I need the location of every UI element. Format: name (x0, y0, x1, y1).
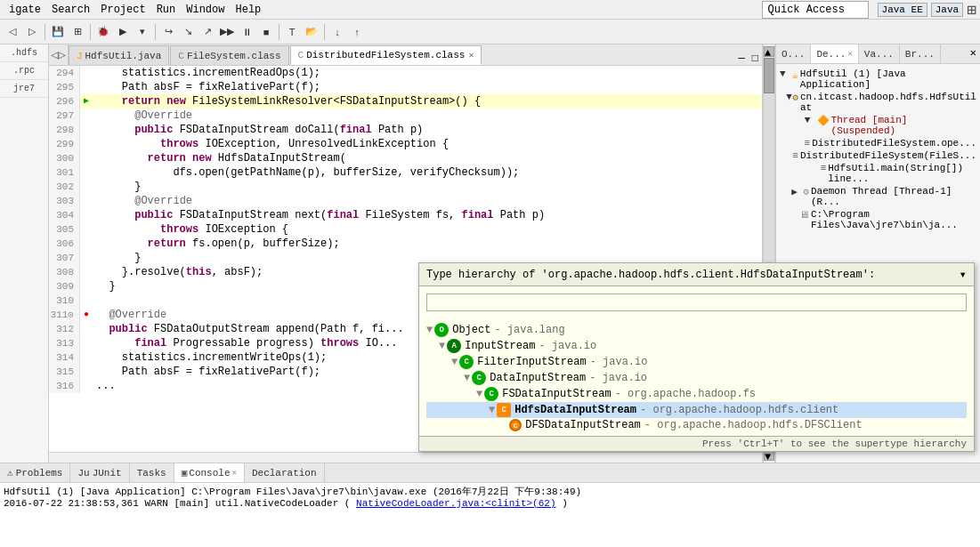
th-pkg-fsdatainputstream: - org.apache.hadoop.fs (615, 388, 756, 400)
console-line2-link[interactable]: NativeCodeLoader.java:<clinit>(62) (356, 498, 555, 509)
th-item-inputstream[interactable]: ▼ A InputStream - java.io (426, 338, 967, 354)
scrollbar-thumb[interactable] (764, 58, 774, 93)
toolbar-back[interactable]: ◁ (4, 23, 21, 41)
java-perspective[interactable]: Java (931, 3, 963, 17)
debug-label-hdfsutil-main: HdfsUtil.main(String[]) line... (828, 163, 976, 184)
right-tab-outline[interactable]: O... (776, 44, 811, 63)
debug-item-hdfsutil-app[interactable]: ▼ ☕ HdfsUtil (1) [Java Application] (780, 68, 976, 91)
debug-item-hdfsutil-main[interactable]: ≡ HdfsUtil.main(String[]) line... (780, 162, 976, 185)
toolbar-forward[interactable]: ▷ (23, 23, 41, 41)
right-tab-variables[interactable]: Va... (859, 44, 900, 63)
editor-maximize[interactable]: □ (749, 52, 762, 65)
menu-help[interactable]: Help (230, 2, 266, 18)
type-hierarchy-search[interactable] (426, 294, 967, 311)
tree-toggle-dfs-open[interactable] (798, 138, 805, 149)
bottom-tab-tasks[interactable]: Tasks (130, 463, 174, 482)
right-tab-variables-label: Va... (864, 49, 894, 60)
toolbar-open-resource[interactable]: 📂 (303, 23, 320, 41)
sidebar-rpc[interactable]: .rpc (0, 62, 48, 80)
th-toggle-data[interactable]: ▼ (464, 372, 470, 384)
toolbar-open-type[interactable]: T (283, 23, 301, 41)
menu-run[interactable]: Run (151, 2, 182, 18)
tree-toggle-daemon[interactable]: ▶ (791, 186, 803, 197)
toolbar-suspend[interactable]: ⏸ (238, 23, 255, 41)
tab-distributedfilesystem[interactable]: C DistributedFileSystem.class ✕ (290, 45, 482, 65)
editor-nav-forward[interactable]: ▷ (58, 47, 65, 62)
debug-item-daemon-thread[interactable]: ▶ ⚙ Daemon Thread [Thread-1] (R... (780, 185, 976, 208)
th-item-fsdatainputstream[interactable]: ▼ C FSDataInputStream - org.apache.hadoo… (426, 386, 967, 402)
debug-label-cn-itcast: cn.itcast.hadoop.hdfs.HdfsUtil at (800, 92, 976, 113)
console-tab-close[interactable]: ✕ (232, 468, 237, 478)
scrollbar-up[interactable]: ▲ (764, 46, 774, 57)
toolbar-resume[interactable]: ▶▶ (218, 23, 236, 41)
right-panel-close[interactable]: ✕ (967, 44, 980, 63)
th-item-datainputstream[interactable]: ▼ C DataInputStream - java.io (426, 370, 967, 386)
th-icon-inputstream: A (447, 339, 461, 353)
editor-h-scrollbar[interactable] (49, 452, 762, 463)
tree-toggle-hdfsutil[interactable]: ▼ (780, 68, 792, 79)
th-item-hdfsdatainputstream[interactable]: ▼ C HdfsDataInputStream - org.apache.had… (426, 402, 967, 418)
debug-item-cn-itcast[interactable]: ▼ ⚙ cn.itcast.hadoop.hdfs.HdfsUtil at (780, 91, 976, 114)
debug-item-distributedfs-files[interactable]: ≡ DistributedFileSystem(FileS... (780, 149, 976, 162)
sidebar-package-explorer[interactable]: .hdfs (0, 44, 48, 62)
menu-window[interactable]: Window (181, 2, 230, 18)
code-line-296: 296 ▶ return new FileSystemLinkResolver<… (49, 94, 762, 109)
bottom-tab-junit[interactable]: Ju JUnit (70, 463, 129, 482)
bottom-tab-problems[interactable]: ⚠ Problems (0, 463, 70, 482)
editor-minimize[interactable]: — (735, 52, 749, 65)
right-tab-debug[interactable]: De... ✕ (811, 44, 858, 63)
tab-close-distributedfs[interactable]: ✕ (468, 50, 474, 60)
console-line2-prefix: 2016-07-22 21:38:53,361 WARN [main] util… (4, 498, 350, 509)
toolbar-run-dropdown[interactable]: ▾ (134, 23, 151, 41)
th-toggle-fs[interactable]: ▼ (476, 388, 482, 400)
debug-item-program-files[interactable]: 🖥 C:\Program Files\Java\jre7\bin\ja... (780, 208, 976, 231)
java-ee-perspective[interactable]: Java EE (878, 3, 927, 17)
debug-item-distributedfs-open[interactable]: ≡ DistributedFileSystem.ope... (780, 137, 976, 149)
editor-nav-back[interactable]: ◁ (51, 47, 58, 62)
console-line2-suffix: ) (562, 498, 568, 509)
toolbar-save[interactable]: 💾 (49, 23, 67, 41)
tree-toggle-cn[interactable]: ▼ (786, 92, 792, 102)
toolbar-prev-annotation[interactable]: ↑ (348, 23, 366, 41)
th-toggle-inputstream[interactable]: ▼ (439, 340, 445, 352)
toolbar-step-into[interactable]: ↘ (179, 23, 197, 41)
toolbar-save-all[interactable]: ⊞ (69, 23, 86, 41)
sidebar-jre7[interactable]: jre7 (0, 80, 48, 98)
th-label-datainputstream: DataInputStream (490, 372, 586, 384)
separator-4 (279, 24, 279, 40)
toolbar-step-over[interactable]: ↪ (159, 23, 177, 41)
toolbar-step-out[interactable]: ↗ (198, 23, 216, 41)
tab-hdfsutil[interactable]: J HdfsUtil.java (69, 45, 169, 65)
right-tab-breakpoints[interactable]: Br... (900, 44, 941, 63)
bottom-tab-console[interactable]: ▣ Console ✕ (174, 463, 245, 482)
th-item-dfsdatainputstream[interactable]: C DFSDataInputStream - org.apache.hadoop… (426, 418, 967, 432)
code-line-300: 300 return new HdfsDataInputStream( (49, 151, 762, 165)
bottom-tab-problems-label: Problems (16, 468, 63, 479)
toolbar-debug[interactable]: 🐞 (94, 23, 112, 41)
bottom-tab-declaration[interactable]: Declaration (245, 463, 325, 482)
type-hierarchy-footer: Press 'Ctrl+T' to see the supertype hier… (419, 436, 974, 451)
tab-label-hdfsutil: HdfsUtil.java (85, 51, 161, 61)
type-hierarchy-dropdown[interactable]: ▾ (960, 267, 967, 282)
tree-toggle-thread-main[interactable]: ▼ (805, 115, 817, 125)
menu-project[interactable]: Project (95, 2, 150, 18)
th-icon-datainputstream: C (472, 371, 486, 385)
menu-igate[interactable]: igate (4, 2, 46, 18)
th-item-object[interactable]: ▼ O Object - java.lang (426, 322, 967, 338)
debug-tab-close[interactable]: ✕ (847, 49, 852, 59)
perspectives-icon[interactable]: ⊞ (967, 0, 976, 20)
tab-filesystem[interactable]: C FileSystem.class (170, 45, 288, 65)
menu-search[interactable]: Search (46, 2, 95, 18)
th-toggle-hdfs[interactable]: ▼ (489, 404, 495, 416)
quick-access-input[interactable]: Quick Access (762, 1, 869, 19)
th-toggle-dfs[interactable] (501, 419, 507, 431)
toolbar-run[interactable]: ▶ (114, 23, 132, 41)
th-toggle-object[interactable]: ▼ (426, 324, 433, 336)
th-toggle-filter[interactable]: ▼ (451, 356, 458, 368)
right-tab-debug-label: De... (816, 49, 846, 60)
toolbar-next-annotation[interactable]: ↓ (328, 23, 346, 41)
debug-item-thread-main[interactable]: ▼ 🔶 Thread [main] (Suspended) (780, 114, 976, 137)
code-line-303: 303 @Override (49, 194, 762, 208)
th-item-filterinputstream[interactable]: ▼ C FilterInputStream - java.io (426, 354, 967, 370)
toolbar-terminate[interactable]: ■ (257, 23, 275, 41)
